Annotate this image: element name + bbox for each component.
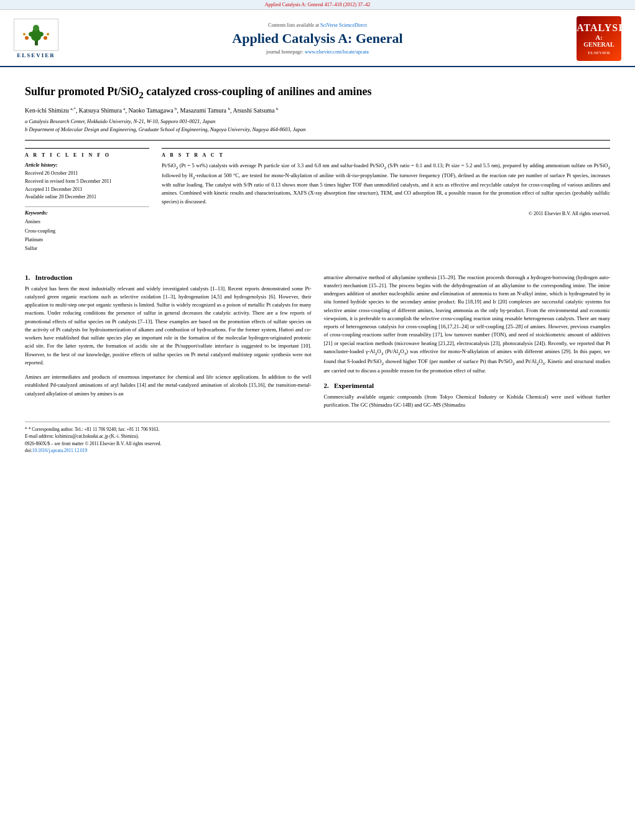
abstract-text: Pt/SiO2 (Pt = 5 wt%) catalysts with aver… bbox=[162, 162, 610, 206]
body-left-col: 1. Introduction Pt catalyst has been the… bbox=[25, 265, 312, 409]
svg-point-7 bbox=[44, 36, 47, 40]
elsevier-tree-icon bbox=[19, 23, 53, 47]
history-group: Article history: Received 26 October 201… bbox=[25, 162, 149, 201]
intro-section-number: 1. bbox=[25, 274, 30, 281]
authors: Ken-ichi Shimizu a,*, Katsuya Shimura a,… bbox=[25, 106, 610, 114]
footnote-doi: doi:10.1016/j.apcata.2011.12.019 bbox=[25, 447, 610, 454]
keyword-amines: Amines bbox=[25, 218, 149, 226]
received-date: Received 26 October 2011 bbox=[25, 170, 149, 178]
footnote-issn: 0926-860X/$ – see front matter © 2011 El… bbox=[25, 440, 610, 447]
footnote-email-text: E-mail address: kshimizu@cat.hokudai.ac.… bbox=[25, 433, 139, 439]
journal-title: Applied Catalysis A: General bbox=[232, 30, 402, 47]
intro-right-paragraph: attractive alternative method of alkylam… bbox=[324, 274, 611, 376]
keywords-label: Keywords: bbox=[25, 210, 149, 216]
keywords-group: Keywords: Amines Cross-coupling Platinum… bbox=[25, 210, 149, 254]
affiliation-b: b Department of Molecular Design and Eng… bbox=[25, 126, 610, 134]
article-info-abstract: A R T I C L E I N F O Article history: R… bbox=[25, 148, 610, 259]
svg-point-5 bbox=[33, 25, 39, 31]
main-content: Sulfur promoted Pt/SiO2 catalyzed cross-… bbox=[0, 67, 635, 461]
experimental-number: 2. bbox=[324, 382, 329, 389]
intro-right-section: attractive alternative method of alkylam… bbox=[324, 274, 611, 409]
body-content: 1. Introduction Pt catalyst has been the… bbox=[25, 265, 610, 409]
available-date: Available online 20 December 2011 bbox=[25, 193, 149, 201]
page: Applied Catalysis A: General 417–418 (20… bbox=[0, 0, 635, 840]
elsevier-label: ELSEVIER bbox=[17, 52, 55, 58]
journal-header: ELSEVIER Contents lists available at Sci… bbox=[0, 10, 635, 67]
catalysis-logo-text: CATALYSIS bbox=[569, 22, 629, 34]
affiliations: a Catalysis Research Center, Hokkaido Un… bbox=[25, 118, 610, 134]
abstract-header: A B S T R A C T bbox=[162, 152, 610, 158]
right-column: A B S T R A C T Pt/SiO2 (Pt = 5 wt%) cat… bbox=[162, 148, 610, 259]
catalysis-logo-sub: ELSEVIER bbox=[588, 50, 610, 55]
elsevier-logo-box bbox=[14, 19, 58, 51]
sciverse-line: Contents lists available at SciVerse Sci… bbox=[268, 22, 367, 28]
article-info-header: A R T I C L E I N F O bbox=[25, 152, 149, 158]
experimental-paragraph: Commercially available organic compounds… bbox=[324, 393, 611, 410]
body-right-col: attractive alternative method of alkylam… bbox=[324, 265, 611, 409]
doi-label: doi: bbox=[25, 448, 32, 453]
elsevier-logo: ELSEVIER bbox=[11, 19, 61, 58]
homepage-url[interactable]: www.elsevier.com/locate/apcata bbox=[305, 49, 369, 55]
intro-section-label: Introduction bbox=[35, 274, 73, 281]
svg-point-4 bbox=[37, 32, 44, 37]
experimental-label: Experimental bbox=[334, 382, 374, 389]
catalysis-logo-line3: GENERAL bbox=[583, 41, 614, 48]
intro-paragraph-1: Pt catalyst has been the most industrial… bbox=[25, 285, 312, 367]
accepted-date: Accepted 11 December 2011 bbox=[25, 186, 149, 194]
article-info-box: A R T I C L E I N F O Article history: R… bbox=[25, 148, 149, 254]
catalysis-logo-line2: A: bbox=[595, 34, 603, 41]
journal-top-bar: Applied Catalysis A: General 417–418 (20… bbox=[0, 0, 635, 10]
keyword-platinum: Platinum bbox=[25, 236, 149, 244]
svg-point-6 bbox=[25, 36, 29, 40]
intro-paragraph-2: Amines are intermediates and products of… bbox=[25, 373, 312, 398]
keywords-list: Amines Cross-coupling Platinum Sulfur bbox=[25, 218, 149, 254]
svg-point-9 bbox=[47, 33, 49, 35]
article-title: Sulfur promoted Pt/SiO2 catalyzed cross-… bbox=[25, 85, 610, 101]
journal-citation: Applied Catalysis A: General 417–418 (20… bbox=[265, 2, 370, 7]
svg-point-3 bbox=[29, 32, 35, 37]
catalysis-logo-box: CATALYSIS A: GENERAL ELSEVIER bbox=[577, 16, 621, 61]
copyright: © 2011 Elsevier B.V. All rights reserved… bbox=[162, 211, 610, 216]
sciverse-link[interactable]: SciVerse ScienceDirect bbox=[320, 22, 367, 28]
homepage-label: journal homepage: bbox=[266, 49, 304, 55]
svg-rect-0 bbox=[35, 40, 38, 45]
footnote-corresponding: * * Corresponding author. Tel.: +81 11 7… bbox=[25, 426, 610, 433]
svg-point-8 bbox=[23, 33, 25, 35]
homepage-line: journal homepage: www.elsevier.com/locat… bbox=[266, 49, 369, 55]
catalysis-logo: CATALYSIS A: GENERAL ELSEVIER bbox=[574, 16, 624, 61]
article-title-section: Sulfur promoted Pt/SiO2 catalyzed cross-… bbox=[25, 75, 610, 141]
keyword-cross-coupling: Cross-coupling bbox=[25, 227, 149, 236]
divider bbox=[25, 206, 149, 207]
revised-date: Received in revised form 5 December 2011 bbox=[25, 178, 149, 186]
intro-section-title: 1. Introduction bbox=[25, 274, 312, 281]
history-label: Article history: bbox=[25, 162, 149, 168]
introduction-section: 1. Introduction Pt catalyst has been the… bbox=[25, 274, 312, 398]
keyword-sulfur: Sulfur bbox=[25, 244, 149, 253]
footnote-section: * * Corresponding author. Tel.: +81 11 7… bbox=[25, 422, 610, 454]
abstract-box: A B S T R A C T Pt/SiO2 (Pt = 5 wt%) cat… bbox=[162, 148, 610, 216]
footnote-email: E-mail address: kshimizu@cat.hokudai.ac.… bbox=[25, 433, 610, 440]
doi-link[interactable]: 10.1016/j.apcata.2011.12.019 bbox=[32, 448, 88, 453]
journal-center: Contents lists available at SciVerse Sci… bbox=[68, 22, 567, 55]
contents-label: Contents lists available at bbox=[268, 22, 319, 28]
left-column: A R T I C L E I N F O Article history: R… bbox=[25, 148, 149, 259]
footnote-corresponding-text: * Corresponding author. Tel.: +81 11 706… bbox=[29, 427, 160, 432]
experimental-section-title: 2. Experimental bbox=[324, 382, 611, 389]
affiliation-a: a Catalysis Research Center, Hokkaido Un… bbox=[25, 118, 610, 126]
